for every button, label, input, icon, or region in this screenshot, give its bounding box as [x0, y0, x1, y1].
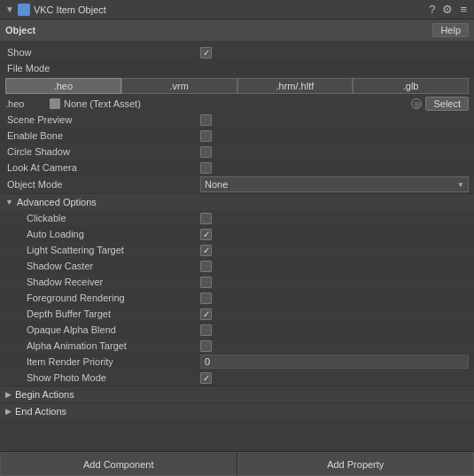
end-actions-label: End Actions [15, 406, 66, 417]
shadow-receiver-value [200, 277, 469, 288]
window: ▼ VKC Item Object ? ⚙ ≡ Object Help Show… [0, 0, 474, 476]
light-scattering-label: Light Scattering Target [5, 245, 200, 255]
depth-buffer-value [200, 308, 469, 320]
auto-loading-value [200, 229, 469, 240]
look-at-camera-checkbox[interactable] [200, 162, 212, 174]
content-area: Show File Mode .heo .vrm .hrm/.hltf .glb… [0, 41, 474, 451]
item-render-priority-input[interactable] [200, 355, 469, 369]
foreground-rendering-value [200, 293, 469, 304]
file-mode-row: File Mode [0, 60, 474, 76]
heo-label: .heo [5, 98, 50, 109]
show-photo-mode-label: Show Photo Mode [5, 372, 200, 383]
depth-buffer-row: Depth Buffer Target [0, 306, 474, 322]
dropdown-arrow-icon: ▼ [457, 181, 464, 189]
light-scattering-row: Light Scattering Target [0, 242, 474, 258]
title-bar: ▼ VKC Item Object ? ⚙ ≡ [0, 0, 474, 20]
advanced-options-section[interactable]: ▼ Advanced Options [0, 193, 474, 210]
end-actions-section[interactable]: ▶ End Actions [0, 402, 474, 419]
menu-icon[interactable]: ≡ [458, 3, 469, 16]
begin-actions-section[interactable]: ▶ Begin Actions [0, 386, 474, 402]
clickable-checkbox[interactable] [200, 213, 212, 224]
clickable-label: Clickable [5, 213, 200, 223]
opaque-alpha-label: Opaque Alpha Blend [5, 324, 200, 335]
circle-shadow-value [200, 146, 469, 158]
item-render-priority-row: Item Render Priority [0, 354, 474, 370]
alpha-animation-label: Alpha Animation Target [5, 340, 200, 351]
look-at-camera-row: Look At Camera [0, 160, 474, 176]
show-row: Show [0, 44, 474, 60]
heo-asset-row: .heo None (Text Asset) ◎ Select [0, 96, 474, 112]
item-render-priority-value [200, 355, 469, 369]
end-actions-arrow-icon: ▶ [5, 407, 12, 416]
begin-actions-arrow-icon: ▶ [5, 390, 12, 399]
show-label: Show [5, 47, 200, 58]
tab-vrm[interactable]: .vrm [121, 78, 237, 94]
help-icon[interactable]: ? [427, 3, 437, 16]
shadow-caster-label: Shadow Caster [5, 261, 200, 271]
scene-preview-row: Scene Preview [0, 112, 474, 128]
shadow-caster-value [200, 261, 469, 272]
light-scattering-checkbox[interactable] [200, 245, 212, 256]
component-icon [18, 4, 30, 16]
opaque-alpha-checkbox[interactable] [200, 324, 212, 336]
window-title: VKC Item Object [34, 4, 423, 15]
footer: Add Component Add Property [0, 451, 474, 476]
object-mode-dropdown[interactable]: None ▼ [200, 176, 469, 192]
look-at-camera-label: Look At Camera [5, 162, 200, 173]
shadow-receiver-checkbox[interactable] [200, 277, 212, 288]
file-mode-label: File Mode [5, 63, 200, 74]
clickable-row: Clickable [0, 210, 474, 226]
look-at-camera-value [200, 162, 469, 174]
scene-preview-value [200, 114, 469, 126]
alpha-animation-row: Alpha Animation Target [0, 338, 474, 354]
foreground-rendering-row: Foreground Rendering [0, 290, 474, 306]
auto-loading-checkbox[interactable] [200, 229, 212, 240]
show-photo-mode-value [200, 372, 469, 384]
target-icon[interactable]: ◎ [411, 98, 422, 109]
foreground-rendering-label: Foreground Rendering [5, 293, 200, 303]
show-checkbox[interactable] [200, 47, 212, 59]
object-mode-label: Object Mode [5, 179, 200, 190]
circle-shadow-row: Circle Shadow [0, 144, 474, 160]
opaque-alpha-row: Opaque Alpha Blend [0, 322, 474, 338]
shadow-caster-checkbox[interactable] [200, 261, 212, 272]
collapse-arrow-icon[interactable]: ▼ [5, 4, 14, 14]
clickable-value [200, 213, 469, 224]
asset-text: None (Text Asset) [64, 98, 408, 109]
shadow-caster-row: Shadow Caster [0, 258, 474, 274]
show-value [200, 47, 469, 59]
tab-glb[interactable]: .glb [353, 78, 469, 94]
show-photo-mode-row: Show Photo Mode [0, 370, 474, 386]
alpha-animation-checkbox[interactable] [200, 340, 212, 352]
enable-bone-checkbox[interactable] [200, 130, 212, 142]
alpha-animation-value [200, 340, 469, 352]
object-mode-value: None ▼ [200, 176, 469, 192]
tab-hrm[interactable]: .hrm/.hltf [237, 78, 354, 94]
depth-buffer-checkbox[interactable] [200, 308, 212, 320]
help-button[interactable]: Help [432, 23, 469, 37]
scene-preview-checkbox[interactable] [200, 114, 212, 126]
begin-actions-label: Begin Actions [15, 389, 74, 400]
tab-heo[interactable]: .heo [5, 78, 121, 94]
settings-icon[interactable]: ⚙ [440, 3, 455, 16]
advanced-options-label: Advanced Options [17, 197, 97, 207]
circle-shadow-checkbox[interactable] [200, 146, 212, 158]
enable-bone-row: Enable Bone [0, 128, 474, 144]
opaque-alpha-value [200, 324, 469, 336]
show-photo-mode-checkbox[interactable] [200, 372, 212, 384]
auto-loading-row: Auto Loading [0, 226, 474, 242]
auto-loading-label: Auto Loading [5, 229, 200, 239]
section-header: Object Help [0, 20, 474, 41]
circle-shadow-label: Circle Shadow [5, 146, 200, 157]
enable-bone-value [200, 130, 469, 142]
asset-icon [50, 98, 60, 109]
scene-preview-label: Scene Preview [5, 114, 200, 125]
add-property-button[interactable]: Add Property [237, 452, 475, 476]
heo-value: None (Text Asset) ◎ Select [50, 97, 469, 111]
add-component-button[interactable]: Add Component [0, 452, 237, 476]
shadow-receiver-row: Shadow Receiver [0, 274, 474, 290]
foreground-rendering-checkbox[interactable] [200, 293, 212, 304]
select-button[interactable]: Select [425, 97, 469, 111]
advanced-options-arrow-icon: ▼ [5, 198, 13, 207]
depth-buffer-label: Depth Buffer Target [5, 308, 200, 319]
